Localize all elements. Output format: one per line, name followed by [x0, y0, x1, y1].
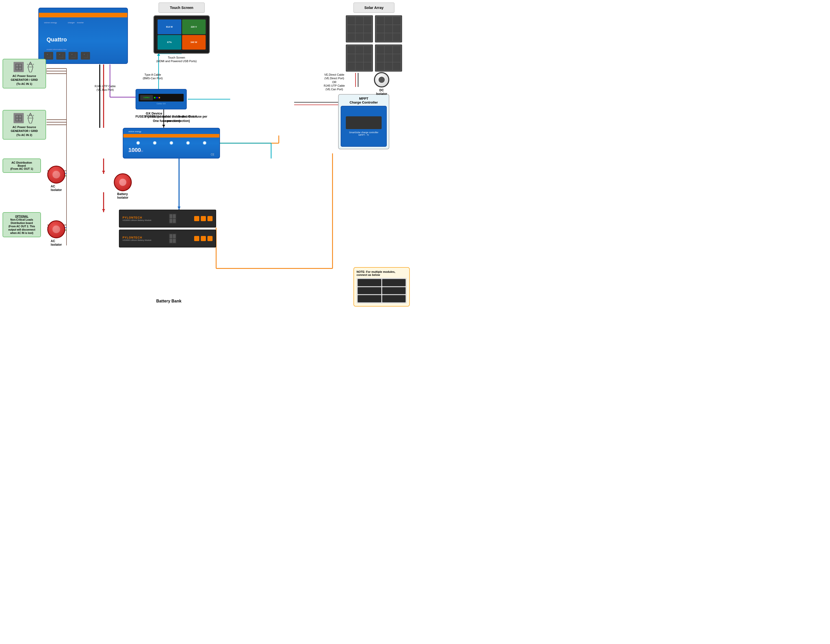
battery-bank-label: Battery Bank: [143, 299, 195, 304]
ac-isolator-1-circle: [48, 166, 65, 184]
pylontech-logo-2: PYLONTECH: [122, 236, 151, 239]
solar-panel-1: [346, 15, 373, 43]
note-box: NOTE: For multiple modules, connect as b…: [353, 267, 410, 307]
gx-device: CERBO Cerbo GX: [136, 89, 187, 109]
svg-rect-46: [16, 68, 18, 70]
connector-1: ⬛: [44, 52, 53, 60]
quattro-model: Quattro: [46, 36, 67, 43]
ac-source2-label: AC Power SourceGENERATOR / GRID(To AC IN…: [5, 125, 43, 137]
battery-displays-2: [169, 233, 176, 244]
isolator-inner-2: [52, 225, 60, 233]
battery-port-1c: [208, 216, 212, 221]
solar-array-label: Solar Array: [353, 3, 394, 13]
lynx-logo: victron energy: [128, 130, 141, 133]
solar-panel-2: [375, 15, 402, 43]
touch-screen-device: 814 W 220 V 67% 340 W: [154, 15, 210, 54]
panel-icon-2: [14, 113, 24, 123]
battery-port-1a: [194, 216, 199, 221]
ts-tile-3: 67%: [158, 35, 181, 50]
note-bat-1: [358, 279, 381, 286]
isolator-inner-1: [52, 171, 60, 179]
mppt-model-number: MPPT - Tr: [359, 134, 369, 136]
lynx-stripe: [123, 134, 219, 138]
svg-line-67: [28, 118, 29, 123]
battery-module-2: PYLONTECH US3000 Lithium Battery Module: [119, 229, 216, 247]
tower-icon-1: [26, 61, 35, 73]
ts-tile-1: 814 W: [158, 19, 181, 34]
svg-rect-47: [19, 68, 21, 70]
ac-source1-icons: [5, 61, 43, 73]
panel-icon-1: [14, 62, 24, 72]
svg-rect-44: [16, 65, 18, 66]
ac-source-2: AC Power SourceGENERATOR / GRID(To AC IN…: [3, 110, 46, 139]
battery-module-2-content: PYLONTECH US3000 Lithium Battery Module: [122, 236, 151, 241]
battery-isolator-circle: [114, 173, 132, 191]
svg-rect-61: [16, 119, 18, 121]
connector-3: ⬛: [68, 52, 78, 60]
touch-screen-subtitle: Touch Screen(HDMI and Powered USB Ports): [146, 56, 207, 63]
mppt-device: SmartSolar charge controller MPPT - Tr: [341, 106, 387, 147]
battery-isolator: BatteryIsolator: [114, 173, 132, 199]
battery-port-2b: [201, 236, 206, 241]
lynx-subtitle: lynx distributor: [128, 150, 143, 152]
quattro-connectors: ⬛ ⬛ ⬛ ⬛: [44, 52, 90, 60]
quattro-brand: victron energy charger inverter: [44, 21, 84, 24]
svg-rect-45: [19, 65, 21, 66]
ac-distribution-board-2: OPTIONAL Non-Critical LoadsDistribution …: [3, 212, 41, 237]
svg-marker-41: [102, 209, 105, 212]
note-title: NOTE: For multiple modules, connect as b…: [356, 270, 407, 276]
battery-module-1: PYLONTECH US3000 Lithium Battery Module: [119, 210, 216, 228]
note-bat-5: [358, 295, 381, 302]
battery-displays-1: [169, 214, 176, 224]
dc-isolator-knob: [379, 77, 385, 83]
ac-isolator-1-label: ACIsolator: [51, 185, 62, 192]
mppt-model-text: SmartSolar charge controller: [349, 131, 379, 134]
battery-bank: PYLONTECH US3000 Lithium Battery Module …: [119, 210, 216, 247]
dc-isolator: DCIsolator: [374, 72, 389, 96]
note-bat-3: [358, 287, 381, 294]
ac-isolator-2-label: ACIsolator: [51, 239, 62, 247]
svg-marker-39: [162, 125, 165, 127]
pylontech-model-2: US3000 Lithium Battery Module: [122, 239, 151, 241]
ac-isolator-2-circle: [48, 220, 65, 238]
connector-4: ⬛: [81, 52, 90, 60]
battery-isolator-label: BatteryIsolator: [117, 192, 128, 199]
ac-isolator-2: ACIsolator: [48, 220, 65, 247]
svg-point-70: [27, 115, 28, 116]
ve-direct-cable-label: VE.Direct Cable(VE.Direct Port)ORRJ45 UT…: [309, 73, 360, 91]
svg-point-57: [33, 64, 34, 65]
ac-isolator-1: ACIsolator: [48, 166, 65, 192]
quattro-inverter: victron energy charger inverter Quattro …: [38, 8, 128, 64]
gx-leds: [154, 97, 160, 98]
fuses-text: FUSES: (installed inside distributor.One…: [128, 114, 215, 123]
touch-screen-label: Touch Screen: [158, 3, 204, 13]
ac-source-1: AC Power SourceGENERATOR / GRID(To AC IN…: [3, 59, 46, 89]
note-bat-2: [382, 279, 406, 286]
ac-source2-icons: [5, 112, 43, 124]
svg-line-68: [32, 118, 33, 123]
dc-isolator-label: DCIsolator: [376, 89, 387, 96]
pylontech-logo-1: PYLONTECH: [122, 216, 151, 219]
solar-panel-3: [346, 44, 373, 71]
note-bat-6: [382, 295, 406, 302]
svg-line-52: [28, 67, 29, 72]
gx-screen: CERBO: [140, 95, 153, 100]
solar-panel-4: [375, 44, 402, 71]
quattro-stripe: [39, 13, 127, 17]
lynx-ce: CE: [211, 153, 214, 156]
mppt-charge-controller-box: MPPTCharge Controller SmartSolar charge …: [338, 94, 389, 149]
touch-screen-display: 814 W 220 V 67% 340 W: [156, 18, 207, 51]
diagram-container: Touch Screen 814 W 220 V 67% 340 W Touch…: [0, 0, 415, 322]
svg-rect-60: [19, 116, 21, 118]
mppt-screen: [346, 116, 382, 129]
svg-rect-62: [19, 119, 21, 121]
note-image: [356, 278, 407, 304]
connector-2: ⬛: [56, 52, 65, 60]
svg-point-72: [33, 115, 34, 116]
battery-ports-2: [194, 236, 212, 241]
svg-rect-59: [16, 116, 18, 118]
mppt-label: MPPTCharge Controller: [341, 97, 387, 104]
battery-port-1b: [201, 216, 206, 221]
svg-line-53: [32, 67, 33, 72]
svg-point-55: [27, 64, 28, 65]
